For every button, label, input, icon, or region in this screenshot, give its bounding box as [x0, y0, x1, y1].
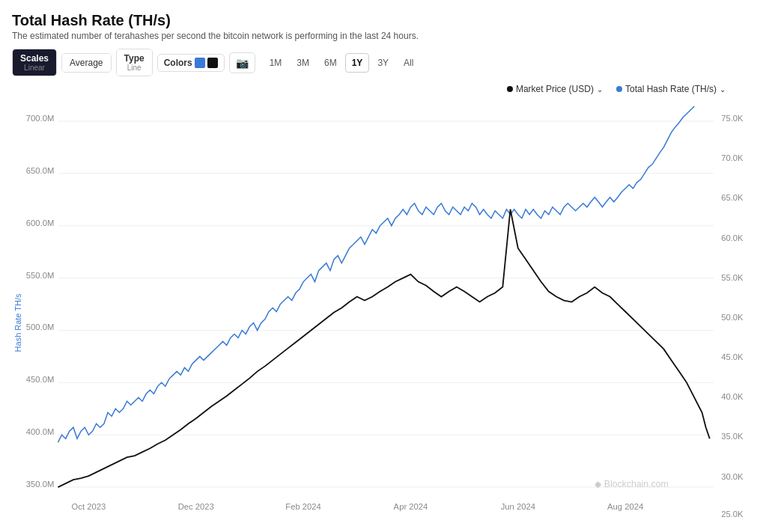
- svg-text:Jun 2024: Jun 2024: [501, 502, 535, 511]
- camera-button[interactable]: 📷: [229, 52, 255, 73]
- hash-rate-dot: [616, 86, 622, 92]
- svg-text:60.0K: 60.0K: [721, 233, 744, 242]
- legend: Market Price (USD) ⌄ Total Hash Rate (TH…: [507, 84, 726, 94]
- page-subtitle: The estimated number of terahashes per s…: [12, 31, 748, 41]
- market-price-chevron: ⌄: [597, 85, 603, 94]
- chart-svg-container: .axis-text { font-family: -apple-system,…: [12, 99, 748, 525]
- type-button[interactable]: Type Line: [117, 49, 152, 76]
- scales-group: Scales Linear: [12, 49, 57, 76]
- svg-text:65.0K: 65.0K: [721, 193, 744, 202]
- chart-svg: .axis-text { font-family: -apple-system,…: [12, 99, 748, 525]
- time-buttons: 1M 3M 6M 1Y 3Y All: [263, 53, 421, 73]
- svg-text:Dec 2023: Dec 2023: [178, 502, 214, 511]
- svg-text:Aug 2024: Aug 2024: [607, 502, 643, 511]
- svg-text:350.0M: 350.0M: [26, 480, 55, 489]
- time-btn-1m[interactable]: 1M: [263, 53, 289, 73]
- hash-rate-label: Total Hash Rate (TH/s): [625, 84, 717, 94]
- time-btn-3y[interactable]: 3Y: [371, 53, 395, 73]
- svg-text:40.0K: 40.0K: [721, 392, 744, 401]
- svg-text:50.0K: 50.0K: [721, 314, 744, 322]
- time-btn-1y[interactable]: 1Y: [345, 53, 370, 73]
- toolbar: Scales Linear Average Type Line Colors 📷…: [12, 49, 748, 76]
- svg-text:Hash Rate TH/s: Hash Rate TH/s: [13, 293, 22, 352]
- svg-text:700.0M: 700.0M: [26, 114, 55, 123]
- svg-text:500.0M: 500.0M: [26, 323, 55, 332]
- svg-text:Oct 2023: Oct 2023: [72, 502, 106, 511]
- svg-text:70.0K: 70.0K: [721, 153, 744, 162]
- svg-text:Feb 2024: Feb 2024: [285, 502, 321, 511]
- svg-text:Apr 2024: Apr 2024: [394, 502, 428, 511]
- type-group: Type Line: [116, 49, 153, 76]
- svg-text:25.0K: 25.0K: [721, 510, 744, 519]
- market-price-label: Market Price (USD): [516, 84, 594, 94]
- svg-text:650.0M: 650.0M: [26, 166, 55, 175]
- chart-area: Market Price (USD) ⌄ Total Hash Rate (TH…: [12, 84, 748, 525]
- color-blue-box[interactable]: [195, 58, 205, 68]
- scales-button[interactable]: Scales Linear: [13, 49, 56, 76]
- market-price-dot: [507, 86, 513, 92]
- svg-text:35.0K: 35.0K: [721, 432, 744, 441]
- color-black-box[interactable]: [207, 58, 218, 68]
- legend-market-price[interactable]: Market Price (USD) ⌄: [507, 84, 603, 94]
- hash-rate-chevron: ⌄: [720, 85, 726, 94]
- svg-text:45.0K: 45.0K: [721, 353, 744, 362]
- svg-text:55.0K: 55.0K: [721, 273, 744, 282]
- time-btn-6m[interactable]: 6M: [317, 53, 344, 73]
- time-btn-3m[interactable]: 3M: [290, 53, 316, 73]
- page-title: Total Hash Rate (TH/s): [12, 12, 748, 29]
- time-btn-all[interactable]: All: [397, 53, 420, 73]
- average-group: Average: [61, 53, 111, 73]
- svg-text:450.0M: 450.0M: [26, 375, 55, 384]
- svg-text:400.0M: 400.0M: [26, 427, 55, 436]
- legend-hash-rate[interactable]: Total Hash Rate (TH/s) ⌄: [616, 84, 726, 94]
- svg-text:30.0K: 30.0K: [721, 472, 744, 481]
- camera-icon: 📷: [236, 57, 249, 69]
- svg-text:75.0K: 75.0K: [721, 114, 744, 123]
- colors-group[interactable]: Colors: [157, 54, 225, 72]
- svg-text:550.0M: 550.0M: [26, 271, 55, 280]
- svg-text:◆ Blockchain.com: ◆ Blockchain.com: [595, 479, 669, 489]
- average-button[interactable]: Average: [62, 54, 110, 72]
- svg-text:600.0M: 600.0M: [26, 218, 55, 227]
- page-container: Total Hash Rate (TH/s) The estimated num…: [0, 0, 760, 532]
